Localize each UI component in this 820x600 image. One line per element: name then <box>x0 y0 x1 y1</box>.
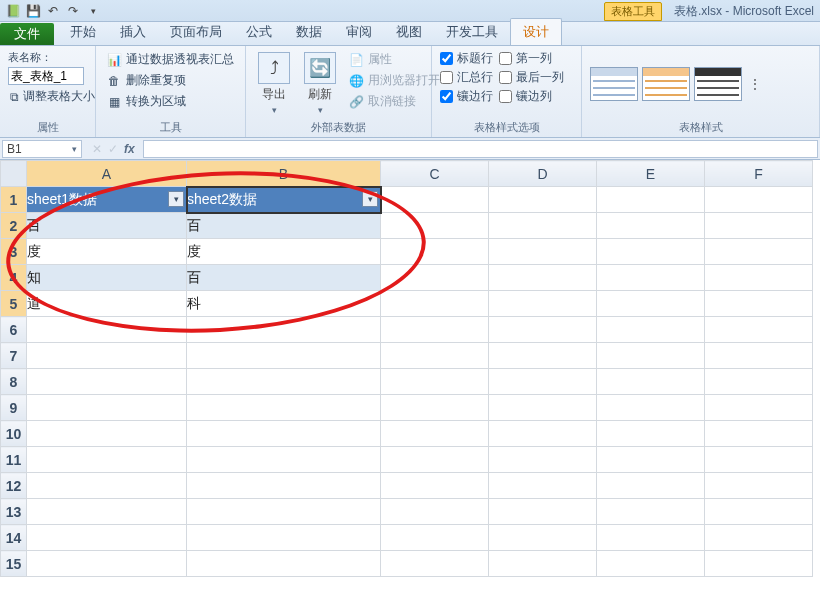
col-header-E[interactable]: E <box>597 161 705 187</box>
col-header-B[interactable]: B <box>187 161 381 187</box>
row-header[interactable]: 11 <box>1 447 27 473</box>
cell[interactable] <box>489 395 597 421</box>
row-header[interactable]: 10 <box>1 421 27 447</box>
cell[interactable] <box>597 421 705 447</box>
cell[interactable] <box>489 239 597 265</box>
cell[interactable] <box>381 447 489 473</box>
cell[interactable] <box>597 499 705 525</box>
cell[interactable] <box>705 239 813 265</box>
style-thumb[interactable] <box>642 67 690 101</box>
cell[interactable]: 百 <box>27 213 187 239</box>
cell[interactable] <box>705 473 813 499</box>
cell[interactable] <box>187 369 381 395</box>
chk-banded-col[interactable]: 镶边列 <box>499 88 564 105</box>
col-header-A[interactable]: A <box>27 161 187 187</box>
cell[interactable] <box>489 213 597 239</box>
resize-table-button[interactable]: ⧉ 调整表格大小 <box>8 87 87 106</box>
cell[interactable] <box>489 291 597 317</box>
col-header-D[interactable]: D <box>489 161 597 187</box>
style-thumb[interactable]: ⋮ <box>746 67 764 101</box>
cell[interactable] <box>381 265 489 291</box>
cell[interactable] <box>489 317 597 343</box>
cell[interactable] <box>381 343 489 369</box>
undo-icon[interactable]: ↶ <box>44 2 62 20</box>
cell[interactable] <box>705 317 813 343</box>
row-header[interactable]: 14 <box>1 525 27 551</box>
cell[interactable] <box>187 551 381 577</box>
row-header[interactable]: 15 <box>1 551 27 577</box>
row-header[interactable]: 5 <box>1 291 27 317</box>
cell[interactable] <box>489 421 597 447</box>
cell[interactable] <box>489 473 597 499</box>
cell[interactable] <box>597 369 705 395</box>
tab-formulas[interactable]: 公式 <box>234 19 284 45</box>
cell[interactable] <box>705 291 813 317</box>
row-header[interactable]: 2 <box>1 213 27 239</box>
cell[interactable] <box>27 421 187 447</box>
qat-more-icon[interactable]: ▾ <box>84 2 102 20</box>
cell[interactable] <box>597 473 705 499</box>
tab-file[interactable]: 文件 <box>0 23 54 45</box>
cell[interactable] <box>489 499 597 525</box>
cell[interactable] <box>597 317 705 343</box>
summarize-pivot-button[interactable]: 📊通过数据透视表汇总 <box>104 50 237 69</box>
cell[interactable] <box>187 473 381 499</box>
cell[interactable] <box>187 499 381 525</box>
cell[interactable] <box>381 317 489 343</box>
cell[interactable] <box>27 447 187 473</box>
cell[interactable] <box>597 213 705 239</box>
cell[interactable]: 百 <box>187 213 381 239</box>
cell[interactable] <box>705 187 813 213</box>
row-header[interactable]: 13 <box>1 499 27 525</box>
cell[interactable] <box>489 369 597 395</box>
cell[interactable] <box>705 265 813 291</box>
cell[interactable] <box>705 213 813 239</box>
cell[interactable] <box>705 421 813 447</box>
row-header[interactable]: 9 <box>1 395 27 421</box>
chevron-down-icon[interactable]: ▾ <box>72 144 77 154</box>
cell[interactable] <box>381 369 489 395</box>
cell[interactable] <box>27 525 187 551</box>
cell[interactable] <box>705 525 813 551</box>
export-button[interactable]: ⤴ 导出 ▾ <box>254 50 294 118</box>
cell[interactable] <box>187 317 381 343</box>
tab-data[interactable]: 数据 <box>284 19 334 45</box>
refresh-button[interactable]: 🔄 刷新 ▾ <box>300 50 340 118</box>
remove-duplicates-button[interactable]: 🗑删除重复项 <box>104 71 237 90</box>
cell[interactable] <box>27 343 187 369</box>
tab-review[interactable]: 审阅 <box>334 19 384 45</box>
filter-dropdown-icon[interactable]: ▾ <box>168 191 184 207</box>
table-header-cell[interactable]: sheet1数据▾ <box>27 187 187 213</box>
cell[interactable]: 度 <box>27 239 187 265</box>
row-header[interactable]: 4 <box>1 265 27 291</box>
tab-page-layout[interactable]: 页面布局 <box>158 19 234 45</box>
cell[interactable] <box>597 239 705 265</box>
filter-dropdown-icon[interactable]: ▾ <box>362 191 378 207</box>
row-header[interactable]: 3 <box>1 239 27 265</box>
cell[interactable] <box>381 473 489 499</box>
chk-last-col[interactable]: 最后一列 <box>499 69 564 86</box>
cell[interactable] <box>705 395 813 421</box>
col-header-F[interactable]: F <box>705 161 813 187</box>
chk-banded-row[interactable]: 镶边行 <box>440 88 493 105</box>
cell[interactable] <box>27 369 187 395</box>
tab-insert[interactable]: 插入 <box>108 19 158 45</box>
cell[interactable] <box>187 421 381 447</box>
cell[interactable] <box>705 551 813 577</box>
cell[interactable]: 科 <box>187 291 381 317</box>
row-header[interactable]: 1 <box>1 187 27 213</box>
cell[interactable] <box>27 551 187 577</box>
row-header[interactable]: 6 <box>1 317 27 343</box>
tab-home[interactable]: 开始 <box>58 19 108 45</box>
cell[interactable]: 百 <box>187 265 381 291</box>
cell[interactable] <box>27 499 187 525</box>
table-properties-button[interactable]: 📄属性 <box>346 50 442 69</box>
cell[interactable] <box>597 187 705 213</box>
cell[interactable]: 知 <box>27 265 187 291</box>
table-header-cell[interactable]: sheet2数据▾ <box>187 187 381 213</box>
cell[interactable] <box>489 343 597 369</box>
cell[interactable] <box>381 395 489 421</box>
tab-design[interactable]: 设计 <box>510 18 562 45</box>
cell[interactable] <box>705 343 813 369</box>
cell[interactable] <box>705 447 813 473</box>
